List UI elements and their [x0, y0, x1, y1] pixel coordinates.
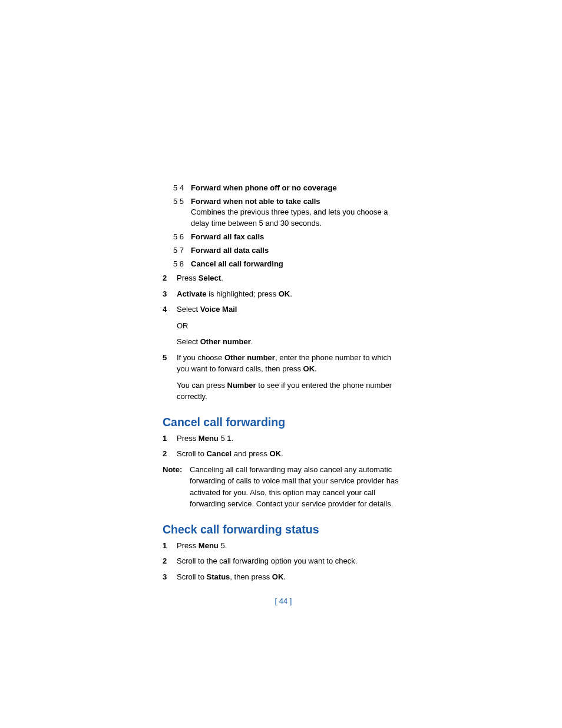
- step-body: Select Voice Mail OR Select Other number…: [177, 304, 404, 348]
- suboption-list: 5 4 Forward when phone off or no coverag…: [163, 183, 404, 269]
- step-body: Scroll to Status, then press OK.: [177, 571, 404, 583]
- step-list: 1 Press Menu 5 1. 2 Scroll to Cancel and…: [163, 433, 404, 510]
- suboption-title: Cancel all call forwarding: [191, 259, 283, 268]
- suboption-number: 5 8: [173, 259, 191, 269]
- step-body: Scroll to Cancel and press OK.: [177, 448, 404, 460]
- note-body: Canceling all call forwarding may also c…: [190, 464, 404, 510]
- step-number: 1: [163, 540, 177, 552]
- suboption-body: Forward all data calls: [191, 245, 404, 256]
- heading-cancel-call-forwarding: Cancel call forwarding: [163, 416, 404, 429]
- suboption-title: Forward all data calls: [191, 246, 269, 255]
- step-row: 2 Press Select.: [163, 272, 404, 284]
- step-row: 2 Scroll to the call forwarding option y…: [163, 555, 404, 567]
- suboption-title: Forward when phone off or no coverage: [191, 183, 337, 192]
- suboption-row: 5 7 Forward all data calls: [173, 245, 404, 256]
- suboption-number: 5 7: [173, 245, 191, 256]
- step-list: 1 Press Menu 5. 2 Scroll to the call for…: [163, 540, 404, 583]
- suboption-body: Forward when phone off or no coverage: [191, 183, 404, 193]
- step-row: 3 Activate is highlighted; press OK.: [163, 288, 404, 300]
- suboption-title: Forward when not able to take calls: [191, 197, 320, 206]
- step-body: Press Select.: [177, 272, 404, 284]
- step-number: 3: [163, 571, 177, 583]
- suboption-row: 5 6 Forward all fax calls: [173, 232, 404, 242]
- step-number: 4: [163, 304, 177, 348]
- step-list: 2 Press Select. 3 Activate is highlighte…: [163, 272, 404, 403]
- step-row: 4 Select Voice Mail OR Select Other numb…: [163, 304, 404, 348]
- step-row: 1 Press Menu 5.: [163, 540, 404, 552]
- suboption-title: Forward all fax calls: [191, 232, 264, 241]
- step-number: 2: [163, 555, 177, 567]
- step-number: 5: [163, 352, 177, 403]
- step-row: 3 Scroll to Status, then press OK.: [163, 571, 404, 583]
- note-block: Note: Canceling all call forwarding may …: [163, 464, 404, 510]
- suboption-row: 5 8 Cancel all call forwarding: [173, 259, 404, 269]
- step-number: 1: [163, 433, 177, 444]
- suboption-body: Forward all fax calls: [191, 232, 404, 242]
- suboption-body: Forward when not able to take callsCombi…: [191, 196, 404, 229]
- step-row: 5 If you choose Other number, enter the …: [163, 352, 404, 403]
- suboption-number: 5 6: [173, 232, 191, 242]
- step-body: Press Menu 5 1.: [177, 433, 404, 444]
- step-number: 3: [163, 288, 177, 300]
- page-number: [ 44 ]: [163, 597, 404, 605]
- step-row: 1 Press Menu 5 1.: [163, 433, 404, 444]
- note-label: Note:: [163, 464, 190, 510]
- document-page: 5 4 Forward when phone off or no coverag…: [163, 183, 404, 605]
- step-number: 2: [163, 272, 177, 284]
- step-body: Press Menu 5.: [177, 540, 404, 552]
- suboption-body: Cancel all call forwarding: [191, 259, 404, 269]
- step-body: If you choose Other number, enter the ph…: [177, 352, 404, 403]
- heading-check-call-forwarding-status: Check call forwarding status: [163, 523, 404, 536]
- suboption-number: 5 4: [173, 183, 191, 193]
- suboption-desc: Combines the previous three types, and l…: [191, 207, 388, 227]
- suboption-number: 5 5: [173, 196, 191, 229]
- step-body: Scroll to the call forwarding option you…: [177, 555, 404, 567]
- step-body: Activate is highlighted; press OK.: [177, 288, 404, 300]
- step-number: 2: [163, 448, 177, 460]
- step-row: 2 Scroll to Cancel and press OK.: [163, 448, 404, 460]
- suboption-row: 5 5 Forward when not able to take callsC…: [173, 196, 404, 229]
- suboption-row: 5 4 Forward when phone off or no coverag…: [173, 183, 404, 193]
